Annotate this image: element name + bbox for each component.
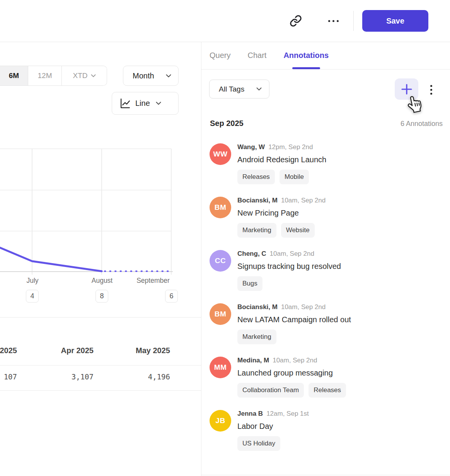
app-window: Save Query Chart Annotations All Tags Se…	[0, 0, 450, 476]
save-button[interactable]: Save	[362, 10, 428, 32]
annotation-item[interactable]: WW Wang, W12pm, Sep 2nd Android Redesign…	[210, 143, 444, 184]
avatar: WW	[210, 143, 231, 165]
annotation-count-badge[interactable]: 6	[165, 290, 178, 303]
x-axis-label: September	[130, 277, 176, 285]
annotation-title: New LATAM Campaign rolled out	[237, 313, 351, 326]
annotations-list: WW Wang, W12pm, Sep 2nd Android Redesign…	[210, 143, 444, 463]
chevron-down-icon	[256, 87, 262, 91]
line-chart-icon	[119, 97, 131, 109]
trend-line-chart[interactable]	[0, 145, 201, 278]
range-6m-button[interactable]: 6M	[0, 66, 28, 85]
chevron-down-icon	[166, 74, 171, 78]
plus-icon	[401, 84, 412, 95]
panel-divider	[201, 42, 201, 476]
annotation-tags: Releases Mobile	[237, 170, 326, 184]
annotation-item[interactable]: MM Medina, M10am, Sep 2nd Launched group…	[210, 357, 444, 398]
annotation-item[interactable]: JB Jenna B12am, Sep 1st Labor Day US Hol…	[210, 410, 444, 451]
annotation-item[interactable]: BM Bocianski, M10am, Sep 2nd New Pricing…	[210, 197, 444, 238]
copy-link-button[interactable]	[288, 14, 303, 28]
x-axis-label: August	[79, 277, 125, 285]
avatar: JB	[210, 410, 231, 432]
x-axis-label: July	[9, 277, 56, 285]
annotation-tags: Bugs	[237, 276, 341, 291]
table-border	[0, 390, 201, 391]
annotation-tags: Marketing Website	[237, 223, 326, 238]
chevron-down-icon	[156, 102, 161, 105]
range-12m-button[interactable]: 12M	[28, 66, 62, 85]
annotation-body: Bocianski, M10am, Sep 2nd New LATAM Camp…	[237, 303, 351, 344]
ellipsis-icon	[328, 20, 330, 22]
annotation-author: Bocianski, M	[237, 197, 278, 204]
tag-pill[interactable]: Marketing	[237, 330, 276, 344]
tab-bar-border	[201, 69, 450, 70]
annotation-author: Wang, W	[237, 143, 265, 151]
annotations-menu-button[interactable]	[427, 82, 435, 97]
range-xtd-button[interactable]: XTD	[62, 66, 107, 85]
tag-pill[interactable]: US Holiday	[237, 436, 280, 451]
annotation-time: 10am, Sep 2nd	[270, 250, 314, 258]
more-options-button[interactable]	[326, 15, 341, 26]
annotation-body: Bocianski, M10am, Sep 2nd New Pricing Pa…	[237, 197, 326, 238]
annotation-title: Labor Day	[237, 420, 309, 433]
annotation-body: Jenna B12am, Sep 1st Labor Day US Holida…	[237, 410, 309, 451]
panel-bottom-border	[201, 475, 450, 475]
annotation-tags: US Holiday	[237, 436, 309, 451]
annotation-tags: Collaboration Team Releases	[237, 383, 346, 398]
tag-pill[interactable]: Collaboration Team	[237, 383, 304, 398]
tag-pill[interactable]: Website	[281, 223, 315, 238]
granularity-dropdown[interactable]: Month	[123, 66, 179, 86]
annotation-time: 12pm, Sep 2nd	[268, 143, 313, 151]
add-annotation-button[interactable]	[395, 78, 418, 100]
table-cell-value: 107	[0, 372, 17, 381]
topbar-divider	[353, 11, 354, 31]
annotation-body: Medina, M10am, Sep 2nd Launched group me…	[237, 357, 346, 398]
annotation-time: 10am, Sep 2nd	[281, 303, 326, 311]
kebab-icon	[430, 85, 432, 87]
table-column-header: 2025	[0, 346, 17, 355]
annotation-title: Android Redesign Launch	[237, 153, 326, 167]
chart-type-dropdown[interactable]: Line	[112, 92, 179, 115]
annotation-time: 12am, Sep 1st	[266, 410, 309, 418]
chart-type-label: Line	[135, 99, 150, 108]
annotation-author: Medina, M	[237, 357, 269, 364]
annotation-body: Wang, W12pm, Sep 2nd Android Redesign La…	[237, 143, 326, 184]
range-xtd-label: XTD	[73, 71, 88, 80]
annotation-item[interactable]: CC Cheng, C10am, Sep 2nd Signups trackin…	[210, 250, 444, 291]
tag-pill[interactable]: Marketing	[237, 223, 276, 238]
annotation-body: Cheng, C10am, Sep 2nd Signups tracking b…	[237, 250, 341, 291]
annotation-time: 10am, Sep 2nd	[273, 357, 317, 364]
tag-pill[interactable]: Mobile	[280, 170, 309, 184]
granularity-label: Month	[133, 71, 154, 80]
table-border	[0, 317, 201, 318]
table-column-header: May 2025	[104, 346, 170, 355]
annotation-title: Launched group messaging	[237, 366, 346, 380]
annotation-title: New Pricing Page	[237, 206, 326, 220]
table-column-header: Apr 2025	[28, 346, 94, 355]
link-icon	[290, 15, 302, 27]
table-cell-value: 3,107	[28, 372, 94, 381]
annotation-title: Signups tracking bug resolved	[237, 260, 341, 273]
table-border	[0, 365, 201, 366]
chevron-down-icon	[91, 74, 96, 77]
avatar: CC	[210, 250, 231, 272]
tab-query[interactable]: Query	[210, 42, 230, 69]
tab-chart[interactable]: Chart	[247, 42, 266, 69]
tag-pill[interactable]: Bugs	[237, 276, 262, 291]
annotations-month-header: Sep 2025	[210, 119, 244, 128]
tab-annotations[interactable]: Annotations	[283, 42, 329, 69]
tag-pill[interactable]: Releases	[237, 170, 275, 184]
annotation-author: Jenna B	[237, 410, 263, 418]
annotation-count-badge[interactable]: 8	[95, 290, 108, 303]
annotation-time: 10am, Sep 2nd	[281, 197, 326, 204]
annotation-count-badge[interactable]: 4	[26, 290, 39, 303]
avatar: BM	[210, 303, 231, 325]
annotation-author: Cheng, C	[237, 250, 266, 258]
annotation-tags: Marketing	[237, 330, 351, 344]
all-tags-dropdown[interactable]: All Tags	[209, 80, 269, 99]
annotations-count: 6 Annotations	[401, 120, 443, 128]
annotation-item[interactable]: BM Bocianski, M10am, Sep 2nd New LATAM C…	[210, 303, 444, 344]
panel-tab-bar: Query Chart Annotations	[210, 42, 329, 69]
tag-pill[interactable]: Releases	[309, 383, 346, 398]
all-tags-label: All Tags	[219, 85, 244, 94]
annotation-author: Bocianski, M	[237, 303, 278, 311]
